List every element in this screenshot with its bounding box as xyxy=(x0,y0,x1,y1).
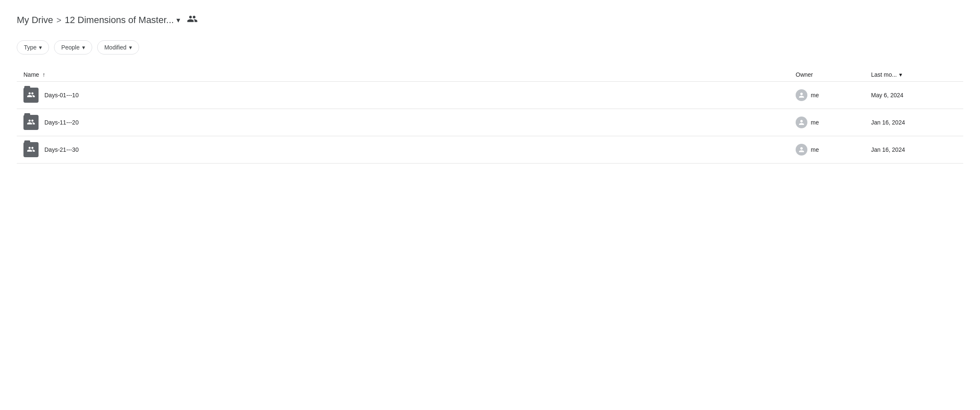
people-filter-button[interactable]: People ▾ xyxy=(54,40,92,54)
sort-ascending-icon[interactable]: ↑ xyxy=(42,71,45,78)
column-name-label: Name xyxy=(23,71,39,78)
row-name-cell: Days-21---30 xyxy=(23,142,796,157)
row-owner-cell: me xyxy=(796,117,871,128)
column-owner: Owner xyxy=(796,71,871,78)
row-modified-cell: Jan 16, 2024 xyxy=(871,146,963,153)
breadcrumb-separator: > xyxy=(57,16,62,25)
row-name-cell: Days-11---20 xyxy=(23,115,796,130)
people-filter-label: People xyxy=(61,44,80,51)
modified-filter-chevron: ▾ xyxy=(129,44,132,51)
chevron-down-icon: ▾ xyxy=(176,16,180,25)
row-modified-cell: May 6, 2024 xyxy=(871,92,963,99)
breadcrumb-folder-name: 12 Dimensions of Master... xyxy=(65,15,173,26)
column-modified-label: Last mo... xyxy=(871,71,897,78)
avatar xyxy=(796,144,807,156)
column-name: Name ↑ xyxy=(23,71,796,78)
owner-name: me xyxy=(811,119,819,126)
avatar xyxy=(796,89,807,101)
folder-person-icon xyxy=(27,91,35,100)
column-modified-chevron: ▾ xyxy=(899,71,902,78)
folder-shared-icon xyxy=(23,142,39,157)
folder-person-icon xyxy=(27,118,35,127)
filters-bar: Type ▾ People ▾ Modified ▾ xyxy=(17,40,963,54)
folder-shared-icon xyxy=(23,88,39,103)
type-filter-button[interactable]: Type ▾ xyxy=(17,40,49,54)
people-filter-chevron: ▾ xyxy=(82,44,85,51)
table-row[interactable]: Days-01---10 me May 6, 2024 xyxy=(17,82,963,109)
type-filter-label: Type xyxy=(24,44,36,51)
breadcrumb-folder[interactable]: 12 Dimensions of Master... ▾ xyxy=(65,15,180,26)
avatar xyxy=(796,117,807,128)
my-drive-link[interactable]: My Drive xyxy=(17,15,53,26)
file-name: Days-21---30 xyxy=(44,146,79,153)
row-owner-cell: me xyxy=(796,144,871,156)
table-row[interactable]: Days-21---30 me Jan 16, 2024 xyxy=(17,136,963,163)
owner-name: me xyxy=(811,92,819,99)
row-owner-cell: me xyxy=(796,89,871,101)
row-modified-cell: Jan 16, 2024 xyxy=(871,119,963,126)
table-row[interactable]: Days-11---20 me Jan 16, 2024 xyxy=(17,109,963,136)
breadcrumb: My Drive > 12 Dimensions of Master... ▾ xyxy=(17,13,963,27)
table-header: Name ↑ Owner Last mo... ▾ xyxy=(17,68,963,82)
folder-shared-icon xyxy=(23,115,39,130)
modified-filter-label: Modified xyxy=(104,44,127,51)
owner-name: me xyxy=(811,146,819,153)
folder-person-icon xyxy=(27,145,35,155)
table-body: Days-01---10 me May 6, 2024 Days-11---20 xyxy=(17,82,963,163)
file-name: Days-01---10 xyxy=(44,92,79,99)
modified-filter-button[interactable]: Modified ▾ xyxy=(97,40,139,54)
share-people-icon[interactable] xyxy=(187,13,198,27)
file-name: Days-11---20 xyxy=(44,119,79,126)
type-filter-chevron: ▾ xyxy=(39,44,42,51)
row-name-cell: Days-01---10 xyxy=(23,88,796,103)
column-modified[interactable]: Last mo... ▾ xyxy=(871,71,963,78)
